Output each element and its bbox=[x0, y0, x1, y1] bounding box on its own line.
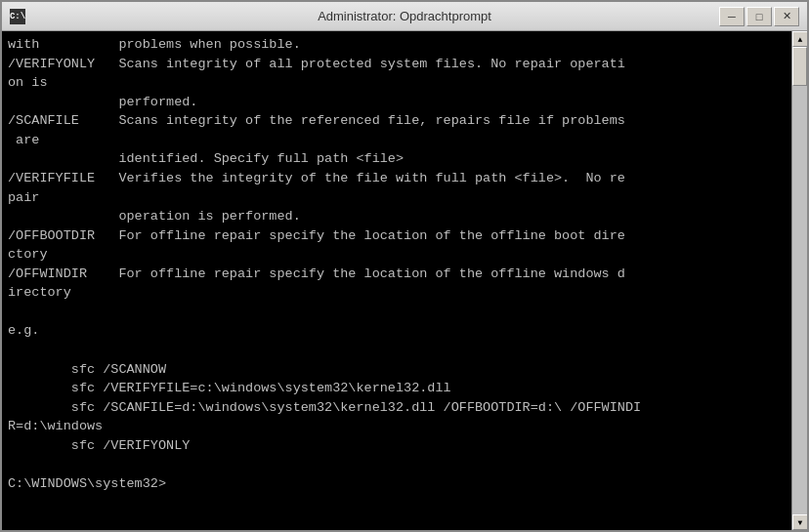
maximize-button[interactable]: □ bbox=[746, 7, 772, 26]
title-bar-left: C:\ bbox=[10, 9, 25, 24]
scrollbar-track[interactable] bbox=[792, 47, 807, 514]
console-area: with problems when possible. /VERIFYONLY… bbox=[2, 31, 807, 530]
window-title: Administrator: Opdrachtprompt bbox=[318, 9, 491, 23]
window-controls: ─ □ ✕ bbox=[719, 7, 799, 26]
console-output[interactable]: with problems when possible. /VERIFYONLY… bbox=[2, 31, 791, 530]
scrollbar[interactable]: ▲ ▼ bbox=[791, 31, 807, 530]
window: C:\ Administrator: Opdrachtprompt ─ □ ✕ … bbox=[0, 0, 809, 532]
scrollbar-thumb[interactable] bbox=[792, 47, 807, 86]
minimize-button[interactable]: ─ bbox=[719, 7, 745, 26]
scroll-down-button[interactable]: ▼ bbox=[792, 514, 807, 530]
close-button[interactable]: ✕ bbox=[774, 7, 799, 26]
title-bar: C:\ Administrator: Opdrachtprompt ─ □ ✕ bbox=[2, 2, 807, 31]
scroll-up-button[interactable]: ▲ bbox=[792, 31, 807, 47]
app-icon: C:\ bbox=[10, 9, 25, 24]
